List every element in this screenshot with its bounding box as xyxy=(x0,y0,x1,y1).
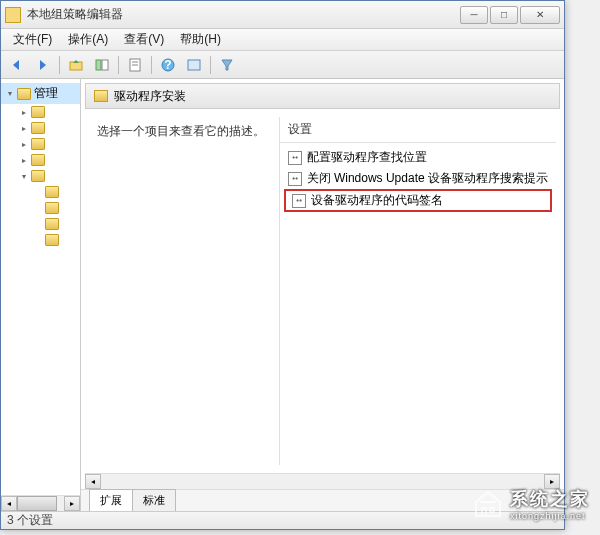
main-header: 驱动程序安装 xyxy=(85,83,560,109)
tree-label: 管理 xyxy=(34,85,58,102)
app-icon xyxy=(5,7,21,23)
maximize-button[interactable]: □ xyxy=(490,6,518,24)
folder-icon xyxy=(31,122,45,134)
svg-rect-0 xyxy=(70,62,82,70)
expand-icon xyxy=(33,220,42,229)
folder-icon xyxy=(94,90,108,102)
content-area: ▾ 管理 ▸ ▸ ▸ ▸ xyxy=(1,79,564,511)
folder-up-icon xyxy=(68,58,84,72)
description-text: 选择一个项目来查看它的描述。 xyxy=(97,123,271,140)
svg-text:?: ? xyxy=(164,58,171,72)
expand-icon[interactable]: ▸ xyxy=(19,156,28,165)
tab-standard[interactable]: 标准 xyxy=(132,489,176,511)
setting-item[interactable]: ⦁⦁ 配置驱动程序查找位置 xyxy=(280,147,556,168)
tree-item[interactable] xyxy=(1,200,80,216)
folder-icon xyxy=(31,138,45,150)
tree-item[interactable]: ▾ xyxy=(1,168,80,184)
description-column: 选择一个项目来查看它的描述。 xyxy=(89,117,279,465)
expand-icon xyxy=(33,204,42,213)
tree-item[interactable] xyxy=(1,184,80,200)
window-controls: ─ □ ✕ xyxy=(460,6,560,24)
separator xyxy=(210,56,211,74)
tree-panel: ▾ 管理 ▸ ▸ ▸ ▸ xyxy=(1,79,81,511)
setting-label: 配置驱动程序查找位置 xyxy=(307,149,427,166)
separator xyxy=(59,56,60,74)
status-text: 3 个设置 xyxy=(7,512,53,529)
folder-icon xyxy=(31,106,45,118)
separator xyxy=(151,56,152,74)
watermark-sub: xitongzhijia.net xyxy=(510,511,590,521)
toolbar: ? xyxy=(1,51,564,79)
tree-body: ▾ 管理 ▸ ▸ ▸ ▸ xyxy=(1,79,80,252)
watermark-text: 系统之家 xitongzhijia.net xyxy=(510,487,590,521)
menu-view[interactable]: 查看(V) xyxy=(116,29,172,50)
scroll-thumb[interactable] xyxy=(17,496,57,511)
up-button[interactable] xyxy=(64,54,88,76)
tree-item[interactable]: ▸ xyxy=(1,104,80,120)
scroll-left-arrow[interactable]: ◂ xyxy=(1,496,17,511)
policy-icon: ⦁⦁ xyxy=(288,172,302,186)
options-icon xyxy=(186,58,202,72)
tree-item[interactable]: ▸ xyxy=(1,136,80,152)
forward-button[interactable] xyxy=(31,54,55,76)
setting-item[interactable]: ⦁⦁ 关闭 Windows Update 设备驱动程序搜索提示 xyxy=(280,168,556,189)
watermark-house-icon xyxy=(472,488,504,520)
watermark: 系统之家 xitongzhijia.net xyxy=(472,487,590,521)
tree-item[interactable]: ▸ xyxy=(1,152,80,168)
folder-icon xyxy=(45,234,59,246)
menu-file[interactable]: 文件(F) xyxy=(5,29,60,50)
tree-item[interactable] xyxy=(1,216,80,232)
show-hide-tree-button[interactable] xyxy=(90,54,114,76)
folder-icon xyxy=(45,202,59,214)
app-window: 本地组策略编辑器 ─ □ ✕ 文件(F) 操作(A) 查看(V) 帮助(H) xyxy=(0,0,565,530)
properties-icon xyxy=(127,58,143,72)
expand-icon[interactable]: ▸ xyxy=(19,140,28,149)
tree-horizontal-scrollbar[interactable]: ◂ ▸ xyxy=(1,495,80,511)
settings-column: 设置 ⦁⦁ 配置驱动程序查找位置 ⦁⦁ 关闭 Windows Update 设备… xyxy=(279,117,556,465)
folder-icon xyxy=(31,154,45,166)
scroll-track[interactable] xyxy=(17,496,64,511)
main-panel: 驱动程序安装 选择一个项目来查看它的描述。 设置 ⦁⦁ 配置驱动程序查找位置 ⦁… xyxy=(81,79,564,511)
filter-icon xyxy=(219,58,235,72)
menu-action[interactable]: 操作(A) xyxy=(60,29,116,50)
menu-help[interactable]: 帮助(H) xyxy=(172,29,229,50)
tree-item[interactable]: ▾ 管理 xyxy=(1,83,80,104)
folder-icon xyxy=(45,186,59,198)
folder-icon xyxy=(45,218,59,230)
expand-icon[interactable]: ▸ xyxy=(19,108,28,117)
expand-icon[interactable]: ▾ xyxy=(19,172,28,181)
settings-list: ⦁⦁ 配置驱动程序查找位置 ⦁⦁ 关闭 Windows Update 设备驱动程… xyxy=(280,143,556,216)
folder-icon xyxy=(17,88,31,100)
tree-item[interactable] xyxy=(1,232,80,248)
filter-button[interactable] xyxy=(215,54,239,76)
separator xyxy=(118,56,119,74)
back-button[interactable] xyxy=(5,54,29,76)
expand-icon xyxy=(33,236,42,245)
watermark-main: 系统之家 xyxy=(510,487,590,511)
expand-icon xyxy=(33,188,42,197)
setting-item-highlighted[interactable]: ⦁⦁ 设备驱动程序的代码签名 xyxy=(284,189,552,212)
scroll-right-arrow[interactable]: ▸ xyxy=(64,496,80,511)
tree-item[interactable]: ▸ xyxy=(1,120,80,136)
options-button[interactable] xyxy=(182,54,206,76)
main-header-title: 驱动程序安装 xyxy=(114,88,186,105)
setting-label: 关闭 Windows Update 设备驱动程序搜索提示 xyxy=(307,170,548,187)
help-button[interactable]: ? xyxy=(156,54,180,76)
tree-toggle-icon xyxy=(94,58,110,72)
svg-rect-1 xyxy=(96,60,101,70)
close-button[interactable]: ✕ xyxy=(520,6,560,24)
back-arrow-icon xyxy=(9,58,25,72)
minimize-button[interactable]: ─ xyxy=(460,6,488,24)
policy-icon: ⦁⦁ xyxy=(292,194,306,208)
forward-arrow-icon xyxy=(35,58,51,72)
properties-button[interactable] xyxy=(123,54,147,76)
settings-header[interactable]: 设置 xyxy=(280,117,556,143)
main-body: 选择一个项目来查看它的描述。 设置 ⦁⦁ 配置驱动程序查找位置 ⦁⦁ 关闭 Wi… xyxy=(81,109,564,473)
titlebar[interactable]: 本地组策略编辑器 ─ □ ✕ xyxy=(1,1,564,29)
svg-rect-8 xyxy=(188,60,200,70)
scroll-left-arrow[interactable]: ◂ xyxy=(85,474,101,489)
expand-icon[interactable]: ▾ xyxy=(5,89,14,98)
expand-icon[interactable]: ▸ xyxy=(19,124,28,133)
tab-extended[interactable]: 扩展 xyxy=(89,489,133,511)
setting-label: 设备驱动程序的代码签名 xyxy=(311,192,443,209)
